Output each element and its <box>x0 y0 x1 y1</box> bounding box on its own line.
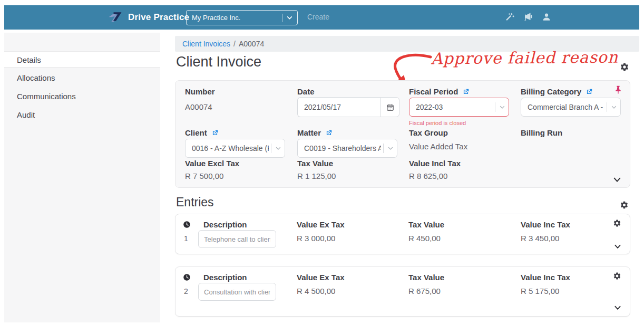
entry-description-label: Description <box>203 273 247 282</box>
client-select[interactable]: 0016 - A-Z Wholesale (Pty) ... <box>185 139 285 158</box>
matter-select[interactable]: C0019 - Shareholders Agre... <box>297 139 397 158</box>
billing-category-edit-icon[interactable] <box>586 88 593 97</box>
date-input[interactable] <box>297 97 380 117</box>
entry-expand-chevron-icon[interactable] <box>614 244 621 250</box>
chevron-down-icon <box>611 104 617 110</box>
chevron-down-icon <box>499 104 505 110</box>
billing-category-select[interactable]: Commercial Branch A - Co... <box>521 98 621 117</box>
breadcrumb-link-client-invoices[interactable]: Client Invoices <box>182 40 230 48</box>
value-excl-tax-value: R 7 500,00 <box>185 171 223 180</box>
entries-settings-gear-icon[interactable] <box>620 201 629 210</box>
sidebar-item-allocations[interactable]: Allocations <box>4 70 160 86</box>
value-excl-tax-label: Value Excl Tax <box>185 159 239 168</box>
client-invoice-card: Number A00074 Date Fiscal Period 2022-03 <box>175 80 630 188</box>
billing-run-label: Billing Run <box>521 128 562 137</box>
entry-ex-tax-label: Value Ex Tax <box>297 273 345 282</box>
calendar-button[interactable] <box>380 97 399 117</box>
date-label: Date <box>297 87 315 96</box>
value-incl-tax-label: Value Incl Tax <box>409 159 461 168</box>
entry-ex-tax-value: R 3 000,00 <box>297 234 335 243</box>
entry-tax-value-label: Tax Value <box>408 273 444 282</box>
select-divider <box>282 14 282 22</box>
tax-group-value: Value Added Tax <box>409 142 467 151</box>
matter-edit-icon[interactable] <box>325 129 333 138</box>
pin-icon[interactable] <box>614 85 622 94</box>
entry-tax-value-value: R 675,00 <box>408 287 441 296</box>
practice-selector-value: My Practice Inc. <box>192 14 278 22</box>
invoice-settings-gear-icon[interactable] <box>620 62 629 72</box>
megaphone-icon[interactable] <box>523 12 533 22</box>
clock-icon <box>183 221 191 228</box>
practice-selector[interactable]: My Practice Inc. <box>186 10 298 25</box>
entry-index: 1 <box>184 234 188 243</box>
chevron-down-icon <box>275 145 281 151</box>
brand: Drive Practice <box>108 5 189 30</box>
fiscal-period-edit-icon[interactable] <box>462 88 470 97</box>
entry-settings-gear-icon[interactable] <box>613 272 622 281</box>
entry-inc-tax-label: Value Inc Tax <box>521 273 570 282</box>
fiscal-period-value: 2022-03 <box>416 103 493 111</box>
drive-practice-logo-icon <box>108 11 124 24</box>
annotation-approve-failed-reason: Approve failed reason <box>431 47 618 68</box>
entry-description-input[interactable] <box>198 230 276 248</box>
page-title: Client Invoice <box>176 54 261 70</box>
calendar-icon <box>386 103 394 111</box>
sidebar-spacer <box>4 33 160 51</box>
entry-ex-tax-value: R 4 500,00 <box>297 287 335 296</box>
sidebar-item-communications[interactable]: Communications <box>4 88 160 104</box>
create-menu[interactable]: Create <box>307 13 329 21</box>
entry-row-2: Description 2 Value Ex Tax R 4 500,00 Ta… <box>175 266 630 317</box>
chevron-down-icon <box>387 145 394 151</box>
matter-value: C0019 - Shareholders Agre... <box>304 144 381 153</box>
fiscal-period-label-text: Fiscal Period <box>409 87 458 96</box>
sidebar-item-audit[interactable]: Audit <box>4 107 160 123</box>
sidebar: Details Allocations Communications Audit <box>4 33 160 322</box>
entry-settings-gear-icon[interactable] <box>613 219 622 228</box>
tax-value-value: R 1 125,00 <box>297 171 336 180</box>
app-root: Drive Practice My Practice Inc. Create <box>0 0 644 324</box>
clock-icon <box>183 273 191 281</box>
brand-name: Drive Practice <box>128 12 189 23</box>
entry-tax-value-value: R 450,00 <box>408 234 441 243</box>
fiscal-period-error: Fiscal period is closed <box>409 120 466 126</box>
tax-value-label: Tax Value <box>297 159 333 168</box>
entry-index: 2 <box>184 287 188 296</box>
date-field-group <box>297 97 399 117</box>
topbar-icons <box>505 12 551 22</box>
client-edit-icon[interactable] <box>211 129 219 138</box>
number-label: Number <box>185 87 215 96</box>
matter-label-text: Matter <box>297 128 321 137</box>
entry-inc-tax-label: Value Inc Tax <box>521 220 570 229</box>
fiscal-period-label: Fiscal Period <box>409 87 470 97</box>
sidebar-item-details[interactable]: Details <box>4 51 160 68</box>
top-navigation-bar: Drive Practice My Practice Inc. Create <box>4 5 639 30</box>
entry-description-label: Description <box>203 220 247 229</box>
entry-inc-tax-value: R 3 450,00 <box>521 234 559 243</box>
fiscal-period-select[interactable]: 2022-03 <box>409 98 509 117</box>
chevron-down-icon <box>286 14 293 21</box>
billing-category-label: Billing Category <box>521 87 593 97</box>
value-incl-tax-value: R 8 625,00 <box>409 171 447 180</box>
entry-description-input[interactable] <box>198 283 276 301</box>
client-label: Client <box>185 128 219 138</box>
entry-ex-tax-label: Value Ex Tax <box>297 220 345 229</box>
card-expand-chevron-icon[interactable] <box>613 177 621 183</box>
breadcrumb-current: A00074 <box>239 40 264 48</box>
entry-inc-tax-value: R 5 175,00 <box>521 287 559 296</box>
client-value: 0016 - A-Z Wholesale (Pty) ... <box>192 144 269 153</box>
entry-tax-value-label: Tax Value <box>408 220 444 229</box>
billing-category-label-text: Billing Category <box>521 87 581 96</box>
number-value: A00074 <box>185 102 212 111</box>
magic-wand-icon[interactable] <box>505 12 514 22</box>
entry-expand-chevron-icon[interactable] <box>614 305 621 311</box>
breadcrumb-separator: / <box>233 40 236 48</box>
billing-category-value: Commercial Branch A - Co... <box>528 103 604 111</box>
client-label-text: Client <box>185 128 207 137</box>
entries-section-title: Entries <box>176 195 214 209</box>
entry-row-1: Description 1 Value Ex Tax R 3 000,00 Ta… <box>175 214 630 254</box>
tax-group-label: Tax Group <box>409 128 448 137</box>
matter-label: Matter <box>297 128 333 138</box>
user-icon[interactable] <box>542 12 551 22</box>
